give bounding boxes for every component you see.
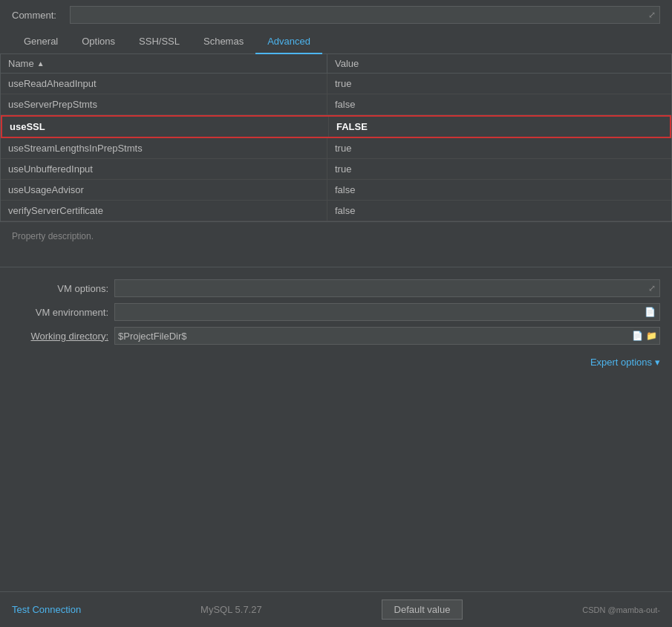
watermark: CSDN @mamba-out- bbox=[582, 605, 660, 614]
comment-row: Comment: ⤢ bbox=[0, 0, 672, 30]
table-row[interactable]: useUnbufferedInput true bbox=[1, 159, 671, 180]
table-row[interactable]: useStreamLengthsInPrepStmts true bbox=[1, 138, 671, 159]
expert-options-arrow: ▾ bbox=[655, 357, 660, 368]
tab-options[interactable]: Options bbox=[70, 30, 127, 54]
vm-options-label: VM options: bbox=[12, 283, 108, 294]
cell-value: false bbox=[327, 201, 671, 221]
properties-table: Name ▲ Value useReadAheadInput true useS… bbox=[0, 54, 672, 222]
table-row[interactable]: useReadAheadInput true bbox=[1, 74, 671, 94]
vm-options-input[interactable] bbox=[114, 279, 660, 297]
cell-name: verifyServerCertificate bbox=[1, 201, 327, 221]
vm-environment-document-icon[interactable]: 📄 bbox=[645, 307, 656, 317]
vm-environment-row: VM environment: 📄 bbox=[12, 303, 660, 321]
working-directory-input[interactable] bbox=[114, 327, 660, 345]
bottom-bar: Expert options ▾ bbox=[0, 351, 672, 374]
tab-advanced[interactable]: Advanced bbox=[255, 30, 322, 54]
col-name-header: Name ▲ bbox=[1, 54, 327, 73]
col-value-header: Value bbox=[327, 54, 671, 73]
vm-environment-input-wrapper: 📄 bbox=[114, 303, 660, 321]
working-directory-label: Working directory: bbox=[12, 331, 108, 342]
cell-value: true bbox=[327, 74, 671, 94]
cell-value: false bbox=[327, 94, 671, 114]
cell-name: useUsageAdvisor bbox=[1, 180, 327, 200]
cell-value-highlighted: FALSE bbox=[329, 117, 670, 137]
cell-name: useReadAheadInput bbox=[1, 74, 327, 94]
expand-icon[interactable]: ⤢ bbox=[648, 10, 656, 20]
working-directory-row: Working directory: 📄 📁 bbox=[12, 327, 660, 345]
cell-name-highlighted: useSSL bbox=[2, 117, 329, 137]
cell-value: false bbox=[327, 180, 671, 200]
tab-schemas[interactable]: Schemas bbox=[192, 30, 255, 54]
working-directory-folder-icon[interactable]: 📁 bbox=[646, 331, 657, 341]
tab-sshssl[interactable]: SSH/SSL bbox=[127, 30, 192, 54]
footer: Test Connection MySQL 5.7.27 Default val… bbox=[0, 591, 672, 627]
cell-name: useUnbufferedInput bbox=[1, 159, 327, 179]
working-directory-input-wrapper: 📄 📁 bbox=[114, 327, 660, 345]
section-divider bbox=[0, 267, 672, 267]
table-row[interactable]: useServerPrepStmts false bbox=[1, 94, 671, 115]
cell-name: useServerPrepStmts bbox=[1, 94, 327, 114]
expert-options-link[interactable]: Expert options ▾ bbox=[590, 357, 660, 368]
table-row[interactable]: useUsageAdvisor false bbox=[1, 180, 671, 201]
sort-arrow[interactable]: ▲ bbox=[37, 59, 45, 68]
default-value-button[interactable]: Default value bbox=[382, 600, 463, 620]
table-row[interactable]: verifyServerCertificate false bbox=[1, 201, 671, 221]
vm-environment-label: VM environment: bbox=[12, 307, 108, 318]
col-name-label: Name bbox=[8, 58, 34, 69]
working-directory-document-icon[interactable]: 📄 bbox=[632, 331, 643, 341]
tab-general[interactable]: General bbox=[12, 30, 70, 54]
cell-value: true bbox=[327, 138, 671, 158]
table-header: Name ▲ Value bbox=[1, 54, 671, 74]
test-connection-button[interactable]: Test Connection bbox=[12, 604, 81, 615]
vm-environment-input[interactable] bbox=[114, 303, 660, 321]
cell-name: useStreamLengthsInPrepStmts bbox=[1, 138, 327, 158]
property-description: Property description. bbox=[0, 222, 672, 267]
mysql-version-label: MySQL 5.7.27 bbox=[200, 604, 262, 615]
table-row-highlighted[interactable]: useSSL FALSE bbox=[1, 115, 671, 138]
vm-options-expand-icon[interactable]: ⤢ bbox=[648, 283, 656, 293]
tabs-container: General Options SSH/SSL Schemas Advanced bbox=[0, 30, 672, 54]
main-container: Comment: ⤢ General Options SSH/SSL Schem… bbox=[0, 0, 672, 627]
working-directory-icons: 📄 📁 bbox=[632, 331, 657, 341]
comment-label: Comment: bbox=[12, 10, 64, 21]
vm-options-input-wrapper: ⤢ bbox=[114, 279, 660, 297]
expert-options-label: Expert options bbox=[590, 357, 652, 368]
table-area-wrapper: Name ▲ Value useReadAheadInput true useS… bbox=[0, 54, 672, 222]
comment-input[interactable] bbox=[70, 6, 660, 24]
cell-value: true bbox=[327, 159, 671, 179]
comment-input-wrapper: ⤢ bbox=[70, 6, 660, 24]
vm-options-row: VM options: ⤢ bbox=[12, 279, 660, 297]
options-section: VM options: ⤢ VM environment: 📄 Working … bbox=[0, 273, 672, 351]
